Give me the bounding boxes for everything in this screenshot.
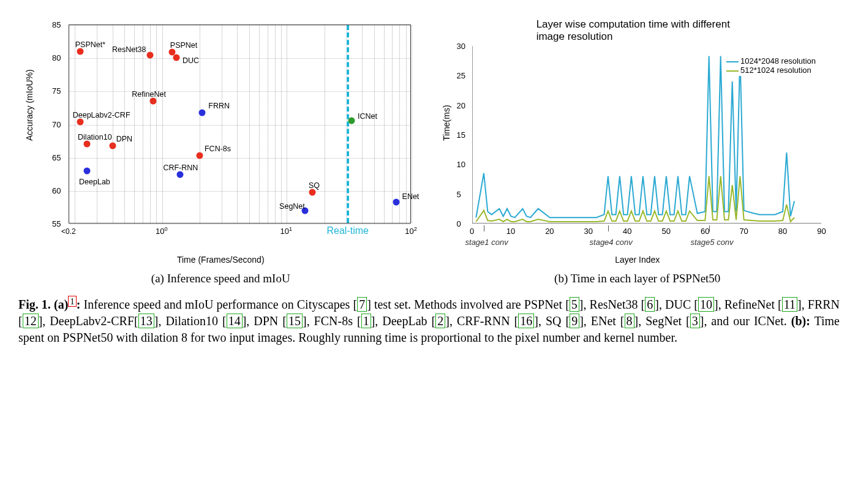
legend-item-2: 512*1024 resolution (726, 66, 816, 75)
datapoint-label: PSPNet* (75, 40, 105, 49)
caption-text-4: , DUC (659, 298, 694, 311)
plot-area-a: Real-timePSPNet*ResNet38PSPNetDUCRefineN… (69, 24, 411, 224)
ref-1[interactable]: 1 (361, 314, 371, 328)
ref-16[interactable]: 16 (518, 314, 534, 328)
ref-13[interactable]: 13 (138, 314, 154, 328)
part-b-label: (b): (791, 314, 810, 328)
datapoint-label: ResNet38 (112, 45, 146, 54)
caption-text-16: , and our ICNet. (704, 314, 791, 328)
ref-5[interactable]: 5 (570, 297, 579, 312)
caption-text-12: , CRF-RNN (450, 314, 514, 328)
datapoint-label: ENet (402, 192, 420, 201)
caption-text-8: , Dilation10 (158, 314, 222, 328)
y-axis-label-a: Accuracy (mIoU%) (24, 69, 34, 141)
datapoint-crf-rnn (177, 171, 184, 178)
legend-swatch-cyan (726, 61, 739, 62)
ref-12[interactable]: 12 (23, 314, 39, 328)
subcaption-a: (a) Inference speed and mIoU (151, 272, 290, 285)
ref-15[interactable]: 15 (287, 314, 303, 328)
chart-b-title: Layer wise computation time with differe… (536, 18, 739, 43)
ref-3[interactable]: 3 (690, 314, 700, 328)
caption-text-1: Inference speed and mIoU performance on … (80, 298, 353, 311)
y-axis-label-b: Time(ms) (442, 105, 451, 141)
ref-9[interactable]: 9 (570, 314, 579, 328)
datapoint-label: CRF-RNN (163, 164, 198, 172)
caption-text-10: , FCN-8s (307, 314, 357, 328)
datapoint-deeplab (84, 168, 91, 175)
datapoint-duc (173, 55, 179, 61)
subcaption-b: (b) Time in each layer of PSPNet50 (554, 272, 720, 285)
scatter-plot: Real-timePSPNet*ResNet38PSPNetDUCRefineN… (18, 12, 423, 269)
figure-caption: Fig. 1. (a)1: Inference speed and mIoU p… (18, 296, 840, 346)
line-plot: Layer wise computation time with differe… (435, 12, 840, 269)
x-axis-label-b: Layer Index (615, 255, 660, 265)
datapoint-label: DPN (116, 135, 132, 143)
datapoint-dpn (109, 143, 116, 149)
datapoint-pspnet* (77, 48, 83, 55)
legend-item-1: 1024*2048 resolution (726, 56, 816, 66)
caption-text-7: , DeepLabv2-CRF (42, 314, 134, 328)
datapoint-label: DUC (183, 56, 199, 65)
figure-row: Real-timePSPNet*ResNet38PSPNetDUCRefineN… (18, 12, 840, 285)
datapoint-label: SegNet (279, 202, 305, 211)
caption-text-15: , SegNet (638, 314, 686, 328)
ref-8[interactable]: 8 (625, 314, 634, 328)
figure-a: Real-timePSPNet*ResNet38PSPNetDUCRefineN… (18, 12, 423, 285)
ref-7[interactable]: 7 (357, 297, 367, 312)
caption-text-2: test set. Methods involved are PSPNet (371, 298, 565, 311)
ref-2[interactable]: 2 (435, 314, 445, 328)
datapoint-label: DeepLabv2-CRF (73, 111, 130, 119)
caption-text-11: , DeepLab (375, 314, 431, 328)
datapoint-label: Dilation10 (78, 133, 112, 141)
datapoint-label: ICNet (358, 112, 377, 121)
legend: 1024*2048 resolution 512*1024 resolution (724, 55, 818, 76)
legend-swatch-lime (726, 70, 739, 72)
datapoint-sq (309, 189, 315, 196)
datapoint-refinenet (150, 97, 157, 104)
datapoint-label: RefineNet (132, 90, 166, 99)
datapoint-enet (393, 199, 399, 206)
datapoint-label: SQ (309, 181, 320, 190)
x-axis-label-a: Time (Frames/Second) (177, 255, 265, 265)
ref-6[interactable]: 6 (645, 297, 655, 312)
legend-text-1: 1024*2048 resolution (740, 56, 816, 66)
datapoint-label: FCN-8s (205, 145, 231, 153)
footnote-ref[interactable]: 1 (68, 296, 77, 307)
datapoint-frrn (199, 110, 206, 116)
caption-text-9: , DPN (246, 314, 282, 328)
ref-14[interactable]: 14 (227, 314, 243, 328)
datapoint-label: FRRN (208, 102, 230, 110)
datapoint-label: PSPNet (170, 41, 197, 50)
datapoint-icnet (348, 118, 355, 124)
caption-text-13: , SQ (538, 314, 566, 328)
legend-text-2: 512*1024 resolution (740, 66, 811, 75)
figure-b: Layer wise computation time with differe… (435, 12, 840, 285)
datapoint-resnet38 (146, 51, 153, 58)
caption-text-14: , ENet (584, 314, 620, 328)
part-a-label: (a) (54, 298, 68, 311)
datapoint-fcn-8s (196, 152, 203, 159)
caption-text-3: , ResNet38 (584, 298, 641, 311)
fig-number: Fig. 1. (18, 298, 51, 311)
datapoint-label: DeepLab (79, 178, 110, 186)
ref-11[interactable]: 11 (782, 297, 797, 312)
datapoint-deeplabv2-crf (77, 119, 83, 126)
caption-text-5: , RefineNet (718, 298, 778, 311)
ref-10[interactable]: 10 (698, 297, 714, 312)
caption-text-6: , FRRN (802, 298, 840, 311)
datapoint-dilation10 (84, 140, 91, 147)
